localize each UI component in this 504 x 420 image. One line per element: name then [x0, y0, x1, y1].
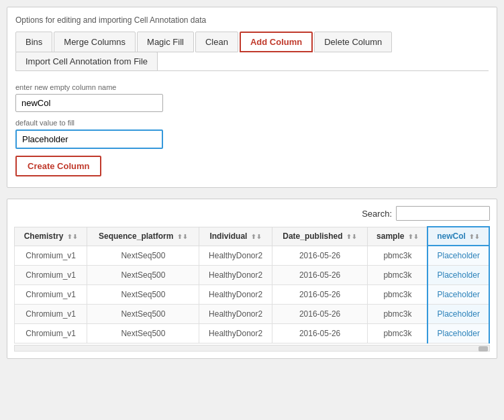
panel-title: Options for editing and importing Cell A… — [15, 15, 489, 25]
cell-date_published-3: 2016-05-26 — [272, 305, 368, 324]
cell-newcol-3: Placeholder — [427, 305, 489, 324]
sort-arrows-individual: ⬆⬇ — [251, 233, 262, 240]
cell-newcol-4: Placeholder — [427, 324, 489, 344]
search-input[interactable] — [396, 206, 490, 221]
col-header-sequence-platform-label: Sequence_platform — [99, 231, 173, 241]
cell-chemistry-2: Chromium_v1 — [15, 285, 87, 305]
cell-date_published-4: 2016-05-26 — [272, 324, 368, 344]
sort-arrows-sequence-platform: ⬆⬇ — [177, 233, 188, 240]
cell-sequence_platform-0: NextSeq500 — [87, 246, 199, 266]
cell-sample-0: pbmc3k — [368, 246, 428, 266]
cell-sample-1: pbmc3k — [368, 266, 428, 285]
col-header-newcol-label: newCol — [437, 231, 466, 241]
cell-date_published-2: 2016-05-26 — [272, 285, 368, 305]
tab-clean[interactable]: Clean — [195, 32, 238, 52]
cell-individual-2: HealthyDonor2 — [199, 285, 272, 305]
tab-merge-columns[interactable]: Merge Columns — [54, 32, 136, 52]
search-label: Search: — [362, 209, 392, 219]
col-header-sequence-platform[interactable]: Sequence_platform ⬆⬇ — [87, 227, 199, 246]
sort-arrows-chemistry: ⬆⬇ — [67, 233, 78, 240]
col-header-sample[interactable]: sample ⬆⬇ — [368, 227, 428, 246]
cell-individual-3: HealthyDonor2 — [199, 305, 272, 324]
col-header-date-published[interactable]: Date_published ⬆⬇ — [272, 227, 368, 246]
cell-individual-1: HealthyDonor2 — [199, 266, 272, 285]
col-header-newcol[interactable]: newCol ⬆⬇ — [427, 227, 489, 246]
cell-newcol-1: Placeholder — [427, 266, 489, 285]
cell-sample-3: pbmc3k — [368, 305, 428, 324]
search-bar: Search: — [14, 206, 490, 221]
sort-arrows-newcol: ⬆⬇ — [469, 233, 480, 240]
default-value-label: default value to fill — [15, 119, 489, 127]
col-header-sample-label: sample — [376, 231, 404, 241]
data-table: Chemistry ⬆⬇ Sequence_platform ⬆⬇ Indivi… — [14, 226, 490, 344]
table-wrapper: Chemistry ⬆⬇ Sequence_platform ⬆⬇ Indivi… — [14, 226, 490, 352]
horizontal-scrollbar[interactable] — [14, 345, 490, 352]
cell-individual-4: HealthyDonor2 — [199, 324, 272, 344]
cell-sequence_platform-4: NextSeq500 — [87, 324, 199, 344]
scrollbar-thumb[interactable] — [478, 346, 488, 352]
col-header-chemistry[interactable]: Chemistry ⬆⬇ — [15, 227, 87, 246]
default-value-input[interactable] — [15, 129, 163, 149]
sort-arrows-date-published: ⬆⬇ — [346, 233, 357, 240]
cell-sequence_platform-3: NextSeq500 — [87, 305, 199, 324]
col-header-individual[interactable]: Individual ⬆⬇ — [199, 227, 272, 246]
tab-bar: Bins Merge Columns Magic Fill Clean Add … — [15, 32, 489, 71]
cell-sequence_platform-2: NextSeq500 — [87, 285, 199, 305]
cell-chemistry-4: Chromium_v1 — [15, 324, 87, 344]
cell-sequence_platform-1: NextSeq500 — [87, 266, 199, 285]
table-row: Chromium_v1NextSeq500HealthyDonor22016-0… — [15, 266, 490, 285]
tab-delete-column[interactable]: Delete Column — [314, 32, 392, 52]
cell-chemistry-0: Chromium_v1 — [15, 246, 87, 266]
cell-chemistry-1: Chromium_v1 — [15, 266, 87, 285]
tab-add-column[interactable]: Add Column — [240, 32, 313, 52]
create-column-button[interactable]: Create Column — [15, 156, 101, 176]
table-row: Chromium_v1NextSeq500HealthyDonor22016-0… — [15, 305, 490, 324]
cell-sample-2: pbmc3k — [368, 285, 428, 305]
cell-date_published-0: 2016-05-26 — [272, 246, 368, 266]
col-header-date-published-label: Date_published — [283, 231, 342, 241]
column-name-label: enter new empty column name — [15, 83, 489, 91]
cell-sample-4: pbmc3k — [368, 324, 428, 344]
col-header-individual-label: Individual — [209, 231, 247, 241]
column-name-input[interactable] — [15, 94, 163, 112]
table-panel: Search: Chemistry ⬆⬇ Sequence_platform ⬆… — [7, 199, 497, 359]
table-row: Chromium_v1NextSeq500HealthyDonor22016-0… — [15, 285, 490, 305]
cell-chemistry-3: Chromium_v1 — [15, 305, 87, 324]
tab-magic-fill[interactable]: Magic Fill — [137, 32, 194, 52]
cell-date_published-1: 2016-05-26 — [272, 266, 368, 285]
table-header-row: Chemistry ⬆⬇ Sequence_platform ⬆⬇ Indivi… — [15, 227, 490, 246]
options-panel: Options for editing and importing Cell A… — [7, 7, 497, 188]
cell-newcol-0: Placeholder — [427, 246, 489, 266]
cell-individual-0: HealthyDonor2 — [199, 246, 272, 266]
tab-bins[interactable]: Bins — [15, 32, 52, 52]
table-row: Chromium_v1NextSeq500HealthyDonor22016-0… — [15, 324, 490, 344]
add-column-form: enter new empty column name default valu… — [15, 81, 489, 179]
col-header-chemistry-label: Chemistry — [24, 231, 64, 241]
tab-import-cell-annotation[interactable]: Import Cell Annotation from File — [15, 52, 158, 71]
cell-newcol-2: Placeholder — [427, 285, 489, 305]
sort-arrows-sample: ⬆⬇ — [408, 233, 419, 240]
table-row: Chromium_v1NextSeq500HealthyDonor22016-0… — [15, 246, 490, 266]
